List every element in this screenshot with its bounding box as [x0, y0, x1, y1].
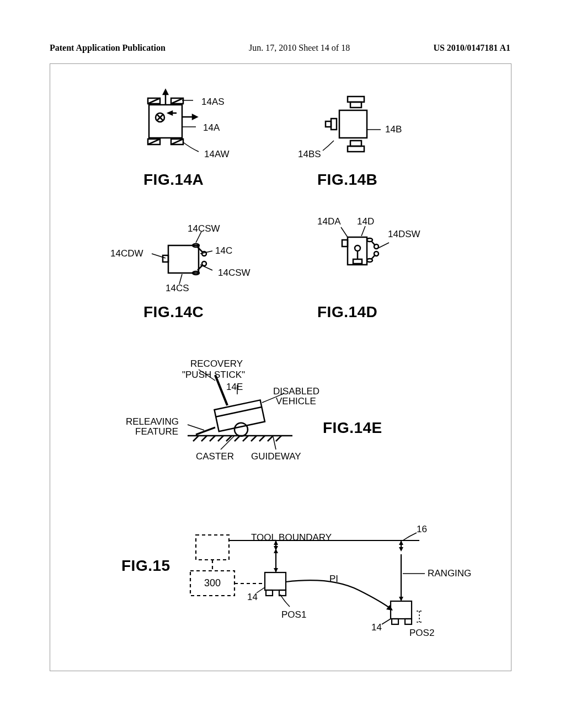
svg-rect-29: [163, 255, 168, 262]
svg-line-54: [378, 243, 389, 248]
svg-line-6: [148, 139, 160, 144]
label-14da: 14DA: [317, 216, 341, 227]
svg-marker-98: [399, 547, 403, 552]
label-14cdw: 14CDW: [110, 248, 143, 259]
svg-rect-23: [350, 141, 361, 146]
svg-line-66: [276, 436, 281, 441]
svg-line-8: [171, 139, 183, 144]
label-300-text: 300: [204, 577, 221, 588]
label-tool: TOOL BOUNDARY: [251, 532, 332, 543]
label-14csw1: 14CSW: [188, 223, 220, 234]
svg-point-43: [355, 245, 360, 251]
svg-line-53: [361, 226, 365, 236]
svg-rect-93: [392, 619, 398, 624]
label-pi: PI: [329, 574, 338, 585]
label-pos2: POS2: [409, 628, 434, 639]
svg-line-57: [201, 436, 207, 441]
label-pos1: POS1: [281, 609, 306, 620]
svg-rect-26: [326, 121, 331, 127]
svg-line-101: [382, 619, 391, 624]
fig-14a-title: FIG.14A: [143, 171, 204, 189]
page-header: Patent Application Publication Jun. 17, …: [50, 43, 510, 53]
label-14dsw: 14DSW: [388, 229, 420, 240]
svg-line-75: [273, 437, 276, 449]
fig-14e-title: FIG.14E: [323, 419, 382, 437]
label-14e: 14E: [226, 382, 243, 393]
svg-rect-22: [350, 102, 361, 108]
header-center: Jun. 17, 2010 Sheet 14 of 18: [249, 43, 350, 53]
header-left: Patent Application Publication: [50, 43, 166, 53]
label-14-1: 14: [247, 592, 258, 603]
label-14-2: 14: [371, 622, 382, 633]
svg-marker-90: [274, 568, 278, 572]
svg-marker-12: [193, 115, 197, 119]
label-14b: 14B: [385, 124, 402, 135]
label-14c: 14C: [215, 245, 232, 256]
fig-15-title: FIG.15: [121, 557, 170, 575]
svg-marker-10: [163, 90, 168, 94]
svg-marker-17: [168, 111, 172, 115]
svg-rect-92: [391, 601, 412, 619]
label-releaving: RELEAVING: [126, 416, 179, 427]
svg-rect-0: [149, 105, 182, 138]
svg-rect-21: [348, 97, 364, 102]
label-14cs: 14CS: [166, 283, 189, 294]
svg-point-51: [374, 251, 379, 256]
svg-rect-94: [405, 619, 412, 624]
svg-line-4: [171, 98, 183, 104]
svg-line-60: [226, 436, 232, 441]
label-pushstick: "PUSH STICK": [182, 370, 245, 381]
svg-marker-99: [399, 597, 403, 601]
svg-line-39: [200, 265, 212, 270]
label-16: 16: [417, 524, 427, 535]
svg-rect-25: [331, 119, 337, 130]
label-feature: FEATURE: [135, 426, 178, 437]
label-14aw: 14AW: [204, 149, 230, 160]
label-disabled: DISABLED: [273, 386, 319, 397]
svg-line-56: [193, 436, 199, 441]
svg-line-63: [251, 436, 257, 441]
fig-14d-title: FIG.14D: [317, 303, 377, 321]
svg-point-35: [202, 261, 206, 266]
svg-line-64: [259, 436, 265, 441]
fig-14b-title: FIG.14B: [317, 171, 377, 189]
svg-point-48: [374, 244, 379, 249]
header-right: US 2010/0147181 A1: [433, 43, 510, 53]
label-14d: 14D: [357, 216, 374, 227]
svg-rect-76: [196, 535, 229, 560]
svg-line-52: [341, 227, 348, 237]
label-14a: 14A: [203, 122, 220, 133]
svg-rect-81: [265, 572, 286, 590]
svg-line-100: [257, 587, 265, 593]
svg-rect-20: [339, 110, 367, 138]
label-guideway: GUIDEWAY: [251, 451, 301, 462]
label-ranging: RANGING: [428, 568, 471, 579]
svg-point-69: [233, 422, 249, 437]
label-recovery: RECOVERY: [190, 358, 243, 370]
svg-rect-45: [353, 259, 362, 264]
svg-line-74: [221, 436, 234, 449]
label-14bs: 14BS: [298, 149, 321, 160]
svg-line-73: [188, 425, 204, 430]
svg-line-65: [268, 436, 273, 441]
label-14as: 14AS: [201, 97, 225, 108]
label-14csw2: 14CSW: [218, 267, 250, 279]
label-caster: CASTER: [196, 451, 234, 462]
label-vehicle: VEHICLE: [276, 396, 316, 407]
svg-rect-82: [266, 590, 273, 596]
svg-rect-28: [168, 245, 199, 273]
svg-line-58: [210, 436, 215, 441]
svg-rect-24: [348, 146, 364, 152]
svg-line-59: [218, 436, 223, 441]
svg-rect-42: [342, 240, 348, 247]
svg-line-2: [148, 98, 160, 104]
fig-14c-title: FIG.14C: [143, 303, 204, 321]
svg-line-62: [243, 436, 248, 441]
